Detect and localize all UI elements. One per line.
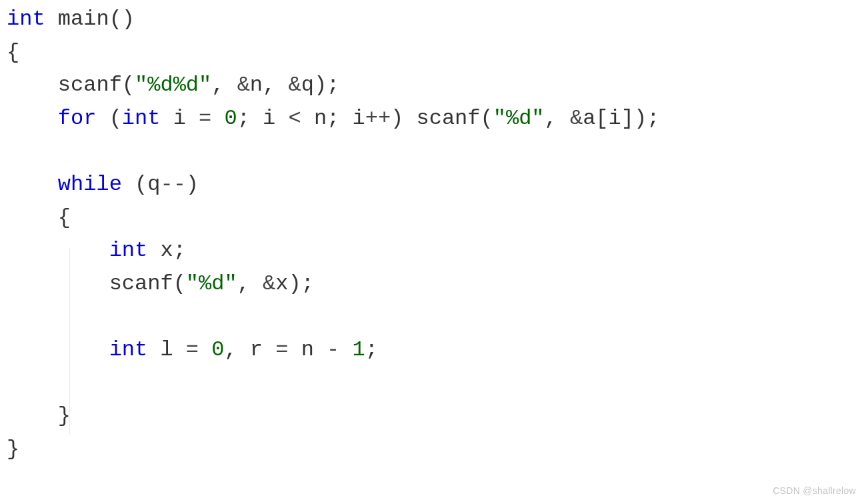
comma: , [237, 271, 250, 296]
string-fmt: "%d" [186, 271, 237, 296]
num-one: 1 [352, 337, 365, 362]
comma: , [545, 106, 557, 131]
paren-close: ) [391, 106, 403, 131]
semi: ; [647, 106, 659, 131]
paren-close: ) [186, 172, 199, 197]
keyword-int: int [109, 238, 148, 263]
comma: , [211, 73, 224, 97]
fn-scanf: scanf [109, 271, 173, 296]
ident-n: n [314, 106, 327, 131]
eq: = [275, 337, 288, 362]
string-fmt: "%d" [493, 106, 545, 131]
ident-q: q [147, 172, 160, 197]
ident-r: r [250, 337, 263, 362]
fn-main: main [58, 7, 109, 31]
indent-guide [69, 248, 70, 435]
fn-scanf: scanf [58, 73, 122, 97]
ident-i: i [352, 106, 365, 131]
semi: ; [237, 106, 250, 131]
brace-open: { [7, 40, 19, 65]
paren-close: ) [634, 106, 647, 131]
ident-l: l [160, 337, 173, 362]
comma: , [263, 73, 275, 97]
paren-open: ( [109, 106, 122, 131]
semi: ; [301, 271, 314, 296]
keyword-int: int [109, 337, 148, 362]
ident-i: i [263, 106, 275, 131]
brace-close: } [7, 437, 19, 461]
watermark: CSDN @shallrelow [773, 484, 856, 499]
ident-x: x [160, 238, 173, 263]
brace-open: { [58, 205, 71, 230]
ident-q: q [301, 73, 314, 97]
paren-close: ) [122, 7, 135, 31]
code-block: int main() { scanf("%d%d", &n, &q); for … [0, 0, 868, 468]
semi: ; [365, 337, 378, 362]
num-zero: 0 [224, 106, 237, 131]
semi: ; [173, 238, 186, 263]
comma: , [224, 337, 237, 362]
semi: ; [327, 106, 339, 131]
amp: & [288, 73, 301, 97]
lbracket: [ [595, 106, 608, 131]
ident-x: x [275, 271, 288, 296]
amp: & [570, 106, 583, 131]
ident-i: i [173, 106, 186, 131]
paren-open: ( [173, 271, 186, 296]
keyword-for: for [58, 106, 97, 131]
amp: & [237, 73, 250, 97]
ident-a: a [583, 106, 595, 131]
rbracket: ] [621, 106, 634, 131]
paren-open: ( [122, 73, 135, 97]
paren-close: ) [288, 271, 301, 296]
paren-open: ( [481, 106, 493, 131]
fn-scanf: scanf [417, 106, 481, 131]
keyword-while: while [58, 172, 122, 197]
paren-close: ) [314, 73, 327, 97]
inc: ++ [365, 106, 391, 131]
paren-open: ( [135, 172, 147, 197]
amp: & [263, 271, 275, 296]
num-zero: 0 [211, 337, 224, 362]
eq: = [186, 337, 199, 362]
lt: < [288, 106, 301, 131]
keyword-int: int [122, 106, 161, 131]
keyword-int: int [7, 7, 45, 31]
dec: -- [160, 172, 185, 197]
semi: ; [327, 73, 339, 97]
string-fmt: "%d%d" [135, 73, 211, 97]
ident-i: i [609, 106, 621, 131]
eq: = [199, 106, 211, 131]
paren-open: ( [109, 7, 122, 31]
ident-n: n [250, 73, 263, 97]
ident-n: n [301, 337, 314, 362]
minus: - [327, 337, 339, 362]
